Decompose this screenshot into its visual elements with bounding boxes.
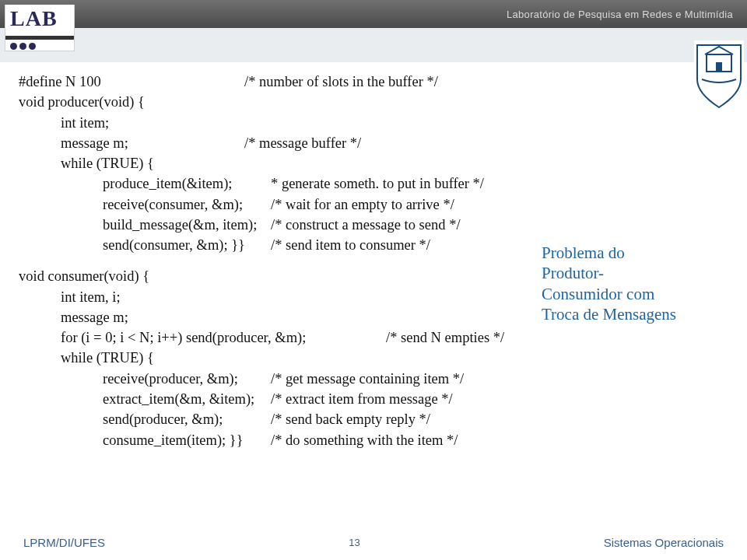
code-line: int item, i; — [61, 287, 121, 307]
code-line: send(consumer, &m); }} — [103, 235, 271, 255]
university-shield-icon — [694, 40, 744, 110]
footer: LPRM/DI/UFES 13 Sistemas Operacionais — [0, 536, 747, 549]
callout-line: Troca de Mensagens — [542, 304, 725, 324]
logo-text: LAB — [5, 5, 74, 33]
code-line: message m; — [61, 307, 128, 327]
code-comment: /* number of slots in the buffer */ — [244, 72, 438, 92]
code-comment: /* send back empty reply */ — [271, 409, 430, 429]
code-comment: /* wait for an empty to arrive */ — [271, 194, 454, 215]
slide-body: #define N 100/* number of slots in the b… — [0, 62, 747, 520]
code-comment: /* get message containing item */ — [271, 369, 464, 389]
footer-left: LPRM/DI/UFES — [23, 536, 105, 549]
code-line: produce_item(&item); — [103, 173, 271, 194]
code-line: void producer(void) { — [19, 92, 145, 112]
callout-line: Problema do — [542, 243, 725, 263]
code-line: int item; — [61, 113, 109, 133]
code-comment: /* send item to consumer */ — [271, 235, 430, 255]
code-line: build_message(&m, item); — [103, 215, 271, 235]
lab-name: Laboratório de Pesquisa em Redes e Multi… — [507, 9, 733, 20]
page-number: 13 — [349, 537, 359, 548]
code-line: receive(consumer, &m); — [103, 194, 271, 215]
code-line: while (TRUE) { — [61, 348, 154, 368]
code-line: consume_item(item); }} — [103, 430, 271, 450]
code-comment: /* extract item from message */ — [271, 389, 453, 409]
code-line: for (i = 0; i < N; i++) send(producer, &… — [61, 327, 386, 348]
callout-line: Consumidor com — [542, 284, 725, 304]
code-comment: /* message buffer */ — [244, 133, 361, 153]
logo-fragment: LAB — [5, 5, 75, 51]
footer-right: Sistemas Operacionais — [604, 536, 724, 549]
svg-rect-1 — [716, 62, 722, 72]
callout-line: Produtor- — [542, 263, 725, 283]
code-line: receive(producer, &m); — [103, 369, 271, 389]
code-comment: /* do something with the item */ — [271, 430, 458, 450]
code-comment: * generate someth. to put in buffer */ — [271, 173, 484, 194]
title-bar — [0, 28, 747, 62]
top-banner: Laboratório de Pesquisa em Redes e Multi… — [0, 0, 747, 28]
code-comment: /* send N empties */ — [386, 327, 504, 348]
logo-dots — [5, 40, 74, 51]
callout-box: Problema do Produtor- Consumidor com Tro… — [542, 243, 725, 324]
code-line: #define N 100 — [19, 72, 244, 92]
code-comment: /* construct a message to send */ — [271, 215, 461, 235]
code-line: message m; — [61, 133, 244, 153]
code-line: void consumer(void) { — [19, 266, 149, 286]
code-line: send(producer, &m); — [103, 409, 271, 429]
code-line: extract_item(&m, &item); — [103, 389, 271, 409]
code-line: while (TRUE) { — [61, 153, 154, 173]
